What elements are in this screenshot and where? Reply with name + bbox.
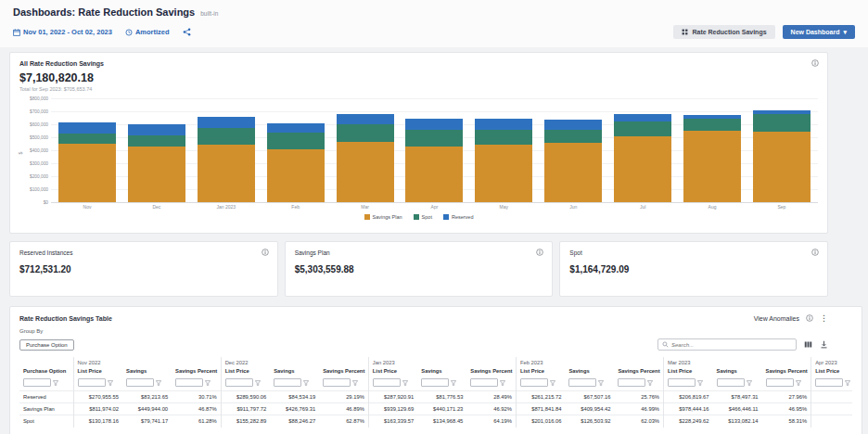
bar-segment-spot[interactable] — [614, 121, 671, 135]
column-header-savings-percent[interactable]: Savings Percent — [466, 366, 516, 377]
column-filter-input[interactable] — [421, 378, 449, 387]
columns-icon[interactable] — [804, 340, 812, 349]
column-header-savings[interactable]: Savings — [713, 366, 762, 377]
column-filter-input[interactable] — [78, 378, 106, 387]
info-icon[interactable] — [811, 59, 819, 67]
filter-icon[interactable] — [205, 380, 211, 386]
filter-icon[interactable] — [53, 380, 58, 386]
bar-jun[interactable] — [544, 98, 602, 202]
bar-nov[interactable] — [58, 98, 116, 202]
filter-icon[interactable] — [108, 380, 113, 386]
bar-segment-spot[interactable] — [683, 119, 741, 131]
column-filter-input[interactable] — [373, 378, 401, 387]
bar-segment-spot[interactable] — [58, 134, 116, 144]
column-header-savings-percent[interactable]: Savings Percent — [319, 366, 368, 377]
column-filter-input[interactable] — [175, 378, 203, 387]
filter-icon[interactable] — [647, 380, 653, 386]
table-row[interactable]: Reserved$270,955.55$83,213.6530.71%$289,… — [19, 391, 852, 403]
bar-segment-savings-plan[interactable] — [405, 147, 463, 202]
table-row[interactable]: Savings Plan$811,974.02$449,944.0046.87%… — [19, 403, 852, 415]
bar-segment-spot[interactable] — [198, 128, 255, 146]
column-header-list-price[interactable]: List Price — [368, 366, 417, 377]
bar-segment-savings-plan[interactable] — [58, 144, 116, 202]
view-anomalies-link[interactable]: View Anomalies — [754, 315, 799, 322]
bar-segment-reserved[interactable] — [475, 119, 532, 130]
column-filter-input[interactable] — [323, 378, 351, 387]
column-filter-input[interactable] — [126, 378, 154, 387]
filter-icon[interactable] — [500, 380, 505, 386]
bar-segment-spot[interactable] — [337, 124, 394, 142]
column-header-savings-percent[interactable]: Savings Percent — [172, 366, 221, 377]
bar-dec[interactable] — [128, 98, 185, 202]
bar-segment-savings-plan[interactable] — [614, 136, 671, 202]
filter-icon[interactable] — [451, 380, 456, 386]
filter-icon[interactable] — [255, 380, 261, 386]
bar-segment-savings-plan[interactable] — [753, 132, 811, 202]
bar-segment-savings-plan[interactable] — [337, 142, 394, 202]
column-filter-input[interactable] — [618, 378, 645, 387]
bar-mar[interactable] — [337, 98, 394, 202]
filter-icon[interactable] — [303, 380, 309, 386]
bar-jul[interactable] — [614, 98, 671, 202]
search-input[interactable] — [671, 342, 792, 348]
table-search[interactable] — [657, 338, 797, 351]
column-header-list-price[interactable]: List Price — [811, 366, 852, 377]
column-header-savings[interactable]: Savings — [270, 366, 319, 377]
group-by-chip[interactable]: Purchase Option — [19, 339, 74, 351]
bar-apr[interactable] — [405, 98, 463, 202]
bar-segment-spot[interactable] — [475, 130, 532, 145]
column-header-list-price[interactable]: List Price — [516, 366, 565, 377]
bar-segment-reserved[interactable] — [544, 120, 602, 130]
bar-feb[interactable] — [267, 98, 325, 202]
bar-sep[interactable] — [753, 98, 811, 202]
amortized-toggle[interactable]: Amortized — [125, 28, 170, 36]
column-filter-input[interactable] — [520, 378, 548, 387]
column-header-savings-percent[interactable]: Savings Percent — [614, 366, 663, 377]
table-row[interactable]: Spot$130,178.16$79,741.1761.28%$155,282.… — [19, 415, 852, 428]
bar-segment-savings-plan[interactable] — [128, 147, 185, 202]
bar-segment-reserved[interactable] — [128, 124, 185, 135]
column-header-savings[interactable]: Savings — [122, 366, 172, 377]
bar-segment-reserved[interactable] — [198, 117, 255, 127]
bar-segment-reserved[interactable] — [267, 123, 325, 132]
filter-icon[interactable] — [550, 380, 555, 386]
date-range-picker[interactable]: Nov 01, 2022 - Oct 02, 2023 — [13, 28, 112, 36]
new-dashboard-button[interactable]: New Dashboard ▾ — [783, 25, 855, 39]
column-header-list-price[interactable]: List Price — [664, 366, 713, 377]
bar-segment-spot[interactable] — [128, 135, 185, 147]
bar-segment-reserved[interactable] — [58, 122, 116, 134]
bar-segment-spot[interactable] — [544, 130, 602, 144]
bar-segment-savings-plan[interactable] — [267, 149, 325, 202]
saved-dashboard-button[interactable]: Rate Reduction Savings — [673, 25, 774, 39]
column-filter-input[interactable] — [274, 378, 301, 387]
filter-icon[interactable] — [156, 380, 161, 386]
download-icon[interactable] — [820, 340, 828, 349]
filter-icon[interactable] — [697, 380, 703, 386]
bar-segment-spot[interactable] — [753, 114, 811, 133]
column-header-list-price[interactable]: List Price — [73, 366, 122, 377]
filter-icon[interactable] — [598, 380, 604, 386]
filter-icon[interactable] — [402, 380, 408, 386]
info-icon[interactable] — [811, 249, 819, 256]
bar-segment-reserved[interactable] — [337, 114, 394, 124]
column-filter-input[interactable] — [568, 378, 596, 387]
column-filter-input[interactable] — [470, 378, 498, 387]
bar-segment-savings-plan[interactable] — [475, 145, 532, 202]
filter-icon[interactable] — [845, 380, 850, 386]
filter-icon[interactable] — [352, 380, 358, 386]
legend-item-spot[interactable]: Spot — [414, 214, 432, 220]
info-icon[interactable] — [536, 249, 543, 256]
column-filter-input[interactable] — [717, 378, 745, 387]
kebab-menu-icon[interactable]: ⋮ — [820, 314, 828, 322]
column-filter-input[interactable] — [815, 378, 843, 387]
bar-segment-savings-plan[interactable] — [544, 143, 602, 202]
bar-segment-spot[interactable] — [267, 133, 325, 149]
column-header-savings[interactable]: Savings — [417, 366, 466, 377]
filter-icon[interactable] — [796, 380, 801, 386]
table-scroller[interactable]: Nov 2022Dec 2022Jan 2023Feb 2023Mar 2023… — [19, 357, 852, 428]
bar-segment-reserved[interactable] — [405, 119, 463, 130]
share-icon[interactable] — [183, 28, 191, 36]
bar-segment-savings-plan[interactable] — [683, 131, 741, 202]
column-header-savings[interactable]: Savings — [565, 366, 614, 377]
column-filter-input[interactable] — [766, 378, 794, 387]
